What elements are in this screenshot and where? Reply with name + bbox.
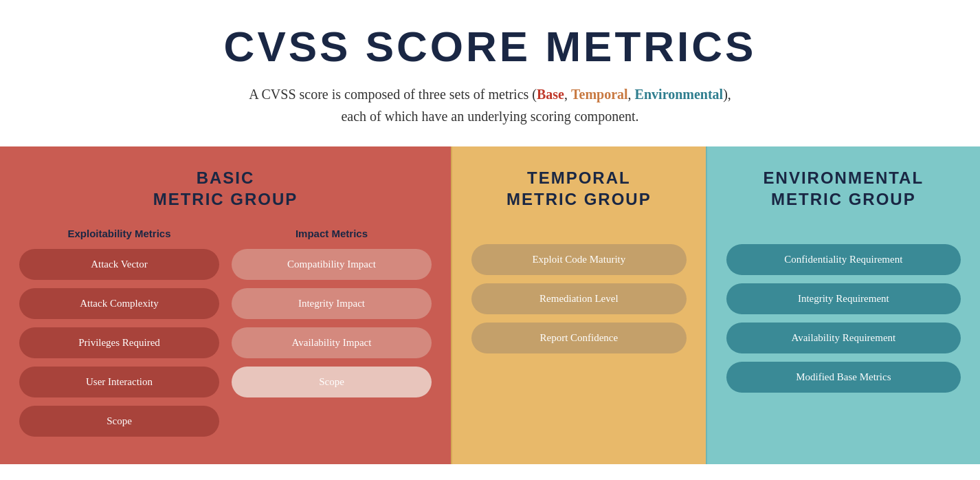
impact-header: Impact Metrics (232, 228, 432, 239)
list-item: Exploit Code Maturity (471, 244, 687, 275)
basic-title-line1: BASIC (197, 168, 255, 187)
temporal-section: TEMPORAL METRIC GROUP Exploit Code Matur… (451, 146, 706, 464)
environmental-section: ENVIRONMENTAL METRIC GROUP Confidentiali… (706, 146, 980, 464)
list-item: Availability Impact (232, 327, 432, 358)
header-section: CVSS SCORE METRICS A CVSS score is compo… (0, 0, 980, 146)
list-item: Integrity Requirement (726, 283, 961, 314)
list-item: Attack Complexity (19, 288, 219, 319)
list-item: Integrity Impact (232, 288, 432, 319)
list-item: User Interaction (19, 367, 219, 397)
subtitle-end: ), (723, 87, 731, 102)
subtitle-base: Base (537, 87, 564, 102)
list-item: Availability Requirement (726, 323, 961, 353)
exploitability-header: Exploitability Metrics (19, 228, 219, 239)
page-title: CVSS SCORE METRICS (27, 22, 953, 71)
subtitle-environmental: Environmental (635, 87, 724, 102)
subtitle: A CVSS score is composed of three sets o… (27, 83, 953, 127)
environmental-title-line2: METRIC GROUP (771, 190, 916, 208)
environmental-title-line1: ENVIRONMENTAL (764, 168, 924, 187)
list-item: Confidentiality Requirement (726, 244, 961, 275)
basic-section: BASIC METRIC GROUP Exploitability Metric… (0, 146, 451, 464)
temporal-title-line1: TEMPORAL (527, 168, 631, 187)
list-item: Remediation Level (471, 283, 687, 314)
subtitle-line2: each of which have an underlying scoring… (341, 109, 638, 124)
basic-columns: Exploitability Metrics Attack Vector Att… (19, 228, 432, 445)
basic-title-line2: METRIC GROUP (153, 190, 298, 208)
subtitle-comma2: , (628, 87, 635, 102)
subtitle-comma1: , (564, 87, 571, 102)
list-item: Report Confidence (471, 323, 687, 353)
environmental-title: ENVIRONMENTAL METRIC GROUP (726, 167, 961, 210)
exploitability-col: Exploitability Metrics Attack Vector Att… (19, 228, 219, 445)
temporal-pills: Exploit Code Maturity Remediation Level … (471, 244, 687, 362)
basic-title: BASIC METRIC GROUP (19, 167, 432, 210)
list-item: Compatibility Impact (232, 249, 432, 280)
list-item: Attack Vector (19, 249, 219, 280)
temporal-title-line2: METRIC GROUP (506, 190, 652, 208)
subtitle-plain: A CVSS score is composed of three sets o… (249, 87, 537, 102)
temporal-title: TEMPORAL METRIC GROUP (471, 167, 687, 210)
impact-col: Impact Metrics Compatibility Impact Inte… (232, 228, 432, 445)
list-item: Privileges Required (19, 327, 219, 358)
metrics-container: BASIC METRIC GROUP Exploitability Metric… (0, 146, 980, 464)
list-item: Scope (232, 367, 432, 397)
environmental-pills: Confidentiality Requirement Integrity Re… (726, 244, 961, 401)
subtitle-temporal: Temporal (571, 87, 628, 102)
list-item: Modified Base Metrics (726, 362, 961, 393)
list-item: Scope (19, 406, 219, 437)
